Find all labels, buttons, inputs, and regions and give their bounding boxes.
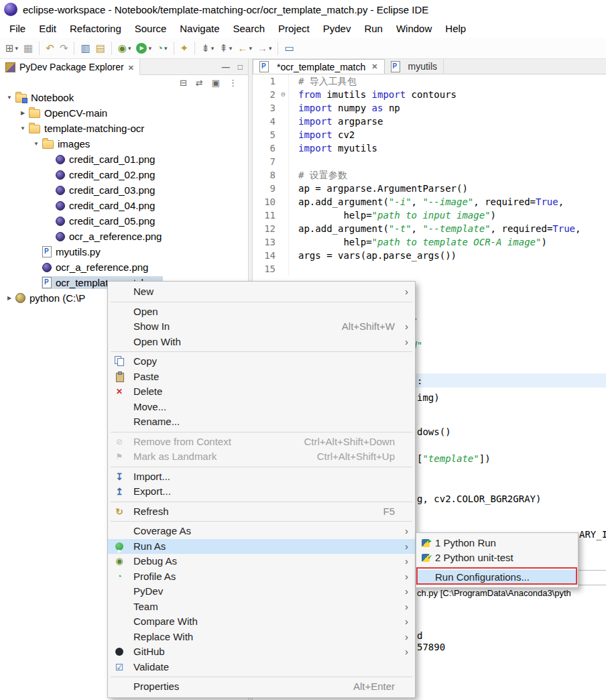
code-line[interactable]: 7 bbox=[253, 155, 606, 168]
context-import[interactable]: Import... bbox=[108, 469, 415, 485]
context-replace-with[interactable]: Replace With› bbox=[108, 630, 415, 645]
submenu-2-python-unit-test[interactable]: 2 Python unit-test bbox=[416, 550, 578, 565]
fold-marker-icon[interactable]: ⊖ bbox=[278, 88, 289, 101]
menu-help[interactable]: Help bbox=[438, 19, 473, 38]
dropdown-caret-icon[interactable]: ▾ bbox=[15, 45, 19, 52]
menu-run[interactable]: Run bbox=[357, 19, 389, 38]
minimize-view-icon[interactable] bbox=[222, 62, 230, 72]
context-paste[interactable]: Paste bbox=[108, 369, 415, 385]
undo-button[interactable]: ↶ bbox=[44, 40, 56, 56]
tree-item-credit-card-03-png[interactable]: credit_card_03.png bbox=[0, 182, 248, 198]
context-coverage-as[interactable]: Coverage As› bbox=[108, 524, 415, 539]
dropdown-caret-icon[interactable]: ▾ bbox=[164, 45, 168, 52]
tree-item-ocr-a-reference-png[interactable]: ocr_a_reference.png bbox=[0, 229, 248, 244]
context-compare-with[interactable]: Compare With› bbox=[108, 614, 415, 630]
code-line[interactable]: 2⊖from imutils import contours bbox=[253, 88, 606, 101]
context-show-in[interactable]: Show InAlt+Shift+W› bbox=[108, 319, 415, 335]
context-rename[interactable]: Rename... bbox=[108, 414, 415, 430]
back-button[interactable]: ←▾ bbox=[235, 40, 254, 56]
menu-pydev[interactable]: Pydev bbox=[316, 19, 358, 38]
tree-item-ocr-a-reference-png[interactable]: ocr_a_reference.png bbox=[0, 259, 248, 275]
code-line[interactable]: 15 bbox=[253, 262, 606, 276]
new-button[interactable]: ⊞▾ bbox=[3, 40, 20, 56]
code-line[interactable]: 12ap.add_argument("-t", "--template", re… bbox=[253, 222, 606, 235]
tree-item-opencv-main[interactable]: ▶OpenCV-main bbox=[0, 105, 248, 121]
code-line[interactable]: 10ap.add_argument("-i", "--image", requi… bbox=[253, 195, 606, 209]
context-properties[interactable]: PropertiesAlt+Enter bbox=[108, 679, 415, 695]
submenu-run-configurations[interactable]: Run Configurations... bbox=[416, 570, 578, 585]
expanded-arrow-icon[interactable]: ▼ bbox=[4, 95, 15, 101]
context-copy[interactable]: Copy bbox=[108, 354, 415, 369]
context-run-as[interactable]: Run As› bbox=[108, 539, 415, 555]
tree-item-template-matching-ocr[interactable]: ▼template-matching-ocr bbox=[0, 121, 248, 136]
code-line[interactable]: 4import argparse bbox=[253, 115, 606, 128]
code-line[interactable]: 3import numpy as np bbox=[253, 101, 606, 115]
tree-item-credit-card-04-png[interactable]: credit_card_04.png bbox=[0, 198, 248, 213]
expanded-arrow-icon[interactable]: ▼ bbox=[17, 125, 28, 131]
collapse-all-icon[interactable]: ⊟ bbox=[180, 78, 187, 88]
view-close-icon[interactable] bbox=[128, 62, 134, 72]
view-menu-icon[interactable]: ⋮ bbox=[229, 78, 237, 88]
code-line[interactable]: 13 help="path to template OCR-A image") bbox=[253, 235, 606, 249]
menu-navigate[interactable]: Navigate bbox=[173, 19, 226, 38]
code-line[interactable]: 9ap = argparse.ArgumentParser() bbox=[253, 182, 606, 195]
tree-item-credit-card-01-png[interactable]: credit_card_01.png bbox=[0, 152, 248, 167]
context-open-with[interactable]: Open With› bbox=[108, 335, 415, 350]
menu-project[interactable]: Project bbox=[271, 19, 316, 38]
code-line[interactable]: 14args = vars(ap.parse_args()) bbox=[253, 249, 606, 262]
tree-item-credit-card-02-png[interactable]: credit_card_02.png bbox=[0, 167, 248, 182]
run-button[interactable]: ▶▾ bbox=[134, 40, 154, 56]
context-open[interactable]: Open bbox=[108, 304, 415, 320]
forward-button[interactable]: →▾ bbox=[255, 40, 274, 56]
context-new[interactable]: New› bbox=[108, 284, 415, 300]
open-wizard-button[interactable]: ▤ bbox=[94, 40, 107, 56]
tree-item-images[interactable]: ▼images bbox=[0, 136, 248, 152]
menu-source[interactable]: Source bbox=[128, 19, 174, 38]
context-move[interactable]: Move... bbox=[108, 400, 415, 415]
dropdown-caret-icon[interactable]: ▾ bbox=[249, 45, 252, 52]
dropdown-caret-icon[interactable]: ▾ bbox=[269, 45, 272, 52]
dropdown-caret-icon[interactable]: ▾ bbox=[148, 45, 152, 52]
context-pydev[interactable]: PyDev› bbox=[108, 584, 415, 599]
console-button[interactable]: ▥ bbox=[78, 40, 92, 56]
prev-annotation-button[interactable]: ⇞▾ bbox=[217, 40, 234, 56]
expanded-arrow-icon[interactable]: ▼ bbox=[31, 141, 42, 147]
menu-window[interactable]: Window bbox=[389, 19, 438, 38]
context-profile-as[interactable]: Profile As› bbox=[108, 569, 415, 585]
coverage-button[interactable]: ◔▾ bbox=[155, 40, 170, 56]
tab-ocr-template-match[interactable]: *ocr_template_match✕ bbox=[253, 59, 385, 74]
code-line[interactable]: 5import cv2 bbox=[253, 128, 606, 141]
debug-button[interactable]: ◉▾ bbox=[116, 40, 133, 56]
collapsed-arrow-icon[interactable]: ▶ bbox=[4, 295, 15, 301]
dropdown-caret-icon[interactable]: ▾ bbox=[211, 45, 215, 52]
dropdown-caret-icon[interactable]: ▾ bbox=[229, 45, 233, 52]
maximize-view-icon[interactable] bbox=[238, 62, 243, 72]
context-refresh[interactable]: RefreshF5 bbox=[108, 504, 415, 520]
menu-search[interactable]: Search bbox=[226, 19, 271, 38]
next-annotation-button[interactable]: ⇟▾ bbox=[199, 40, 216, 56]
tree-item-credit-card-05-png[interactable]: credit_card_05.png bbox=[0, 213, 248, 229]
link-with-editor-icon[interactable]: ⇄ bbox=[196, 78, 203, 88]
search-button[interactable]: ✦ bbox=[178, 40, 191, 56]
code-line[interactable]: 11 help="path to input image") bbox=[253, 209, 606, 222]
code-line[interactable]: 8# 设置参数 bbox=[253, 168, 606, 182]
context-github[interactable]: GitHub› bbox=[108, 644, 415, 660]
redo-button[interactable]: ↷ bbox=[58, 40, 70, 56]
collapsed-arrow-icon[interactable]: ▶ bbox=[17, 110, 28, 116]
context-validate[interactable]: Validate bbox=[108, 660, 415, 675]
focus-view-icon[interactable]: ▣ bbox=[212, 78, 220, 88]
context-export[interactable]: Export... bbox=[108, 484, 415, 500]
code-line[interactable]: 6import myutils bbox=[253, 141, 606, 155]
context-team[interactable]: Team› bbox=[108, 599, 415, 615]
tree-item-notebook[interactable]: ▼Notebook bbox=[0, 90, 248, 105]
menu-edit[interactable]: Edit bbox=[32, 19, 63, 38]
context-delete[interactable]: Delete bbox=[108, 384, 415, 400]
open-editor-button[interactable]: ▭ bbox=[282, 40, 296, 56]
tab-pydev-package-explorer[interactable]: PyDev Package Explorer bbox=[0, 59, 140, 75]
code-line[interactable]: 1# 导入工具包 bbox=[253, 74, 606, 88]
menu-refactoring[interactable]: Refactoring bbox=[63, 19, 128, 38]
tree-item-myutils-py[interactable]: myutils.py bbox=[0, 244, 248, 259]
tab-myutils[interactable]: myutils bbox=[385, 59, 444, 74]
tab-close-icon[interactable]: ✕ bbox=[371, 62, 377, 71]
submenu-1-python-run[interactable]: 1 Python Run bbox=[416, 536, 578, 550]
